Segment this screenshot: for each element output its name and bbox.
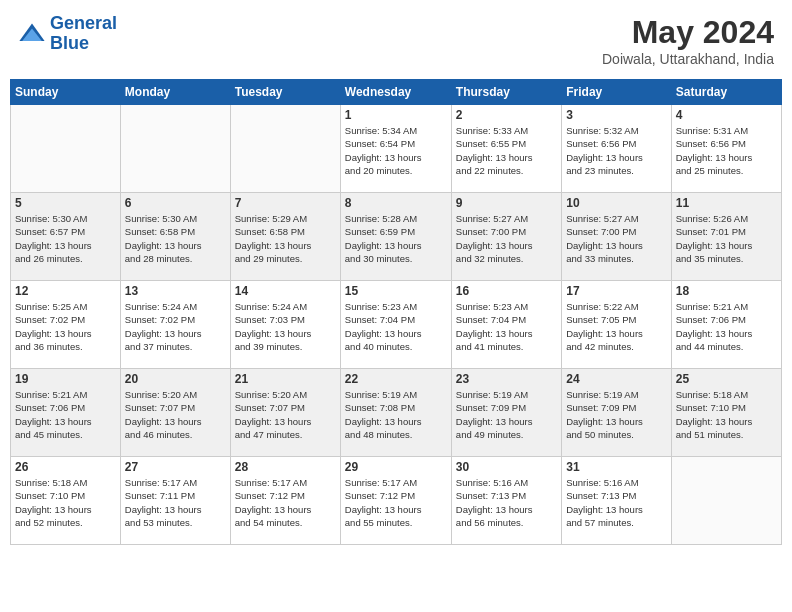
day-info: Sunrise: 5:23 AM Sunset: 7:04 PM Dayligh…: [456, 300, 557, 353]
day-number: 19: [15, 372, 116, 386]
calendar-cell: [120, 105, 230, 193]
weekday-header: Friday: [562, 80, 671, 105]
calendar-cell: 11Sunrise: 5:26 AM Sunset: 7:01 PM Dayli…: [671, 193, 781, 281]
day-info: Sunrise: 5:30 AM Sunset: 6:58 PM Dayligh…: [125, 212, 226, 265]
day-info: Sunrise: 5:21 AM Sunset: 7:06 PM Dayligh…: [676, 300, 777, 353]
day-info: Sunrise: 5:33 AM Sunset: 6:55 PM Dayligh…: [456, 124, 557, 177]
day-number: 16: [456, 284, 557, 298]
day-number: 30: [456, 460, 557, 474]
day-number: 12: [15, 284, 116, 298]
day-info: Sunrise: 5:24 AM Sunset: 7:02 PM Dayligh…: [125, 300, 226, 353]
day-info: Sunrise: 5:25 AM Sunset: 7:02 PM Dayligh…: [15, 300, 116, 353]
day-number: 25: [676, 372, 777, 386]
calendar-cell: 16Sunrise: 5:23 AM Sunset: 7:04 PM Dayli…: [451, 281, 561, 369]
calendar-cell: 9Sunrise: 5:27 AM Sunset: 7:00 PM Daylig…: [451, 193, 561, 281]
weekday-header: Sunday: [11, 80, 121, 105]
day-info: Sunrise: 5:20 AM Sunset: 7:07 PM Dayligh…: [235, 388, 336, 441]
calendar-cell: 12Sunrise: 5:25 AM Sunset: 7:02 PM Dayli…: [11, 281, 121, 369]
day-info: Sunrise: 5:18 AM Sunset: 7:10 PM Dayligh…: [676, 388, 777, 441]
day-number: 20: [125, 372, 226, 386]
day-number: 4: [676, 108, 777, 122]
calendar-week-row: 1Sunrise: 5:34 AM Sunset: 6:54 PM Daylig…: [11, 105, 782, 193]
calendar-cell: 4Sunrise: 5:31 AM Sunset: 6:56 PM Daylig…: [671, 105, 781, 193]
day-number: 9: [456, 196, 557, 210]
calendar-cell: 3Sunrise: 5:32 AM Sunset: 6:56 PM Daylig…: [562, 105, 671, 193]
day-number: 10: [566, 196, 666, 210]
calendar-cell: [11, 105, 121, 193]
day-info: Sunrise: 5:27 AM Sunset: 7:00 PM Dayligh…: [456, 212, 557, 265]
weekday-header: Wednesday: [340, 80, 451, 105]
calendar-week-row: 5Sunrise: 5:30 AM Sunset: 6:57 PM Daylig…: [11, 193, 782, 281]
day-number: 21: [235, 372, 336, 386]
location: Doiwala, Uttarakhand, India: [602, 51, 774, 67]
day-info: Sunrise: 5:24 AM Sunset: 7:03 PM Dayligh…: [235, 300, 336, 353]
day-info: Sunrise: 5:32 AM Sunset: 6:56 PM Dayligh…: [566, 124, 666, 177]
title-block: May 2024 Doiwala, Uttarakhand, India: [602, 14, 774, 67]
calendar-cell: 21Sunrise: 5:20 AM Sunset: 7:07 PM Dayli…: [230, 369, 340, 457]
day-number: 17: [566, 284, 666, 298]
calendar-cell: 30Sunrise: 5:16 AM Sunset: 7:13 PM Dayli…: [451, 457, 561, 545]
day-number: 15: [345, 284, 447, 298]
day-info: Sunrise: 5:31 AM Sunset: 6:56 PM Dayligh…: [676, 124, 777, 177]
day-info: Sunrise: 5:17 AM Sunset: 7:11 PM Dayligh…: [125, 476, 226, 529]
day-info: Sunrise: 5:21 AM Sunset: 7:06 PM Dayligh…: [15, 388, 116, 441]
calendar-cell: 17Sunrise: 5:22 AM Sunset: 7:05 PM Dayli…: [562, 281, 671, 369]
day-info: Sunrise: 5:27 AM Sunset: 7:00 PM Dayligh…: [566, 212, 666, 265]
day-number: 7: [235, 196, 336, 210]
day-number: 8: [345, 196, 447, 210]
day-number: 18: [676, 284, 777, 298]
day-info: Sunrise: 5:22 AM Sunset: 7:05 PM Dayligh…: [566, 300, 666, 353]
calendar-cell: 26Sunrise: 5:18 AM Sunset: 7:10 PM Dayli…: [11, 457, 121, 545]
calendar-cell: 19Sunrise: 5:21 AM Sunset: 7:06 PM Dayli…: [11, 369, 121, 457]
calendar-cell: 13Sunrise: 5:24 AM Sunset: 7:02 PM Dayli…: [120, 281, 230, 369]
calendar-cell: 23Sunrise: 5:19 AM Sunset: 7:09 PM Dayli…: [451, 369, 561, 457]
calendar-cell: 8Sunrise: 5:28 AM Sunset: 6:59 PM Daylig…: [340, 193, 451, 281]
day-info: Sunrise: 5:30 AM Sunset: 6:57 PM Dayligh…: [15, 212, 116, 265]
calendar-cell: 7Sunrise: 5:29 AM Sunset: 6:58 PM Daylig…: [230, 193, 340, 281]
calendar-cell: 24Sunrise: 5:19 AM Sunset: 7:09 PM Dayli…: [562, 369, 671, 457]
calendar-cell: 18Sunrise: 5:21 AM Sunset: 7:06 PM Dayli…: [671, 281, 781, 369]
calendar-cell: [230, 105, 340, 193]
day-number: 14: [235, 284, 336, 298]
day-info: Sunrise: 5:16 AM Sunset: 7:13 PM Dayligh…: [456, 476, 557, 529]
calendar-week-row: 12Sunrise: 5:25 AM Sunset: 7:02 PM Dayli…: [11, 281, 782, 369]
day-number: 24: [566, 372, 666, 386]
calendar-cell: 31Sunrise: 5:16 AM Sunset: 7:13 PM Dayli…: [562, 457, 671, 545]
calendar-cell: 14Sunrise: 5:24 AM Sunset: 7:03 PM Dayli…: [230, 281, 340, 369]
logo-text: General Blue: [50, 14, 117, 54]
day-number: 26: [15, 460, 116, 474]
calendar-cell: 10Sunrise: 5:27 AM Sunset: 7:00 PM Dayli…: [562, 193, 671, 281]
calendar-cell: 15Sunrise: 5:23 AM Sunset: 7:04 PM Dayli…: [340, 281, 451, 369]
month-year: May 2024: [602, 14, 774, 51]
day-info: Sunrise: 5:19 AM Sunset: 7:09 PM Dayligh…: [566, 388, 666, 441]
day-info: Sunrise: 5:34 AM Sunset: 6:54 PM Dayligh…: [345, 124, 447, 177]
calendar-week-row: 19Sunrise: 5:21 AM Sunset: 7:06 PM Dayli…: [11, 369, 782, 457]
weekday-header: Tuesday: [230, 80, 340, 105]
day-info: Sunrise: 5:28 AM Sunset: 6:59 PM Dayligh…: [345, 212, 447, 265]
day-number: 29: [345, 460, 447, 474]
calendar-cell: [671, 457, 781, 545]
day-info: Sunrise: 5:26 AM Sunset: 7:01 PM Dayligh…: [676, 212, 777, 265]
day-number: 1: [345, 108, 447, 122]
day-number: 23: [456, 372, 557, 386]
calendar-cell: 28Sunrise: 5:17 AM Sunset: 7:12 PM Dayli…: [230, 457, 340, 545]
day-info: Sunrise: 5:29 AM Sunset: 6:58 PM Dayligh…: [235, 212, 336, 265]
calendar-cell: 27Sunrise: 5:17 AM Sunset: 7:11 PM Dayli…: [120, 457, 230, 545]
day-info: Sunrise: 5:17 AM Sunset: 7:12 PM Dayligh…: [345, 476, 447, 529]
day-info: Sunrise: 5:19 AM Sunset: 7:08 PM Dayligh…: [345, 388, 447, 441]
calendar-cell: 2Sunrise: 5:33 AM Sunset: 6:55 PM Daylig…: [451, 105, 561, 193]
calendar-cell: 25Sunrise: 5:18 AM Sunset: 7:10 PM Dayli…: [671, 369, 781, 457]
logo: General Blue: [18, 14, 117, 54]
weekday-header: Monday: [120, 80, 230, 105]
day-info: Sunrise: 5:19 AM Sunset: 7:09 PM Dayligh…: [456, 388, 557, 441]
calendar-header-row: SundayMondayTuesdayWednesdayThursdayFrid…: [11, 80, 782, 105]
weekday-header: Saturday: [671, 80, 781, 105]
day-info: Sunrise: 5:20 AM Sunset: 7:07 PM Dayligh…: [125, 388, 226, 441]
page-header: General Blue May 2024 Doiwala, Uttarakha…: [10, 10, 782, 71]
calendar-week-row: 26Sunrise: 5:18 AM Sunset: 7:10 PM Dayli…: [11, 457, 782, 545]
day-number: 13: [125, 284, 226, 298]
day-number: 31: [566, 460, 666, 474]
calendar-cell: 6Sunrise: 5:30 AM Sunset: 6:58 PM Daylig…: [120, 193, 230, 281]
logo-icon: [18, 20, 46, 48]
day-number: 28: [235, 460, 336, 474]
